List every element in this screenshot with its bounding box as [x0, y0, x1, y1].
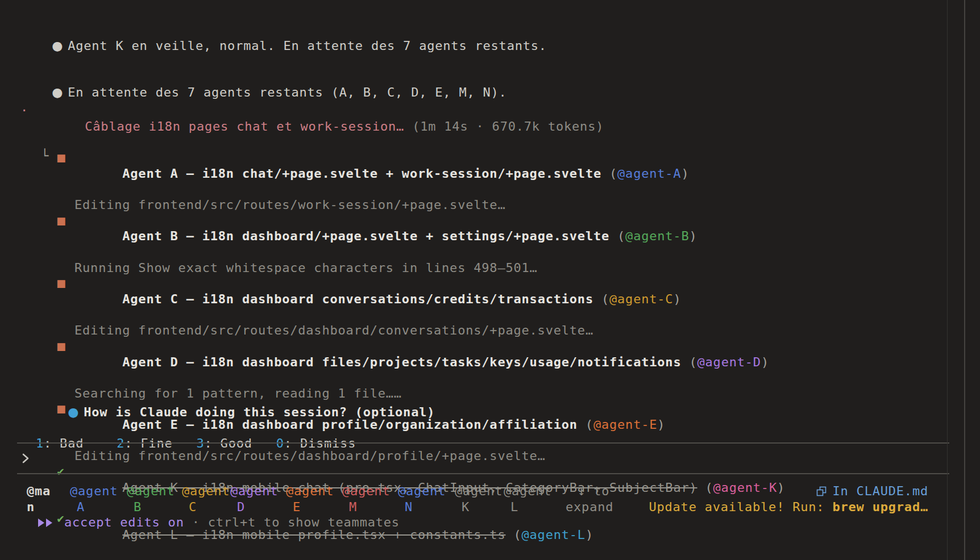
fast-forward-icon: [38, 518, 55, 528]
paren: ): [681, 166, 689, 181]
permission-mode-row: accept edits on· ctrl+t to show teammate…: [38, 515, 400, 530]
task-group-stats: (1m 14s · 670.7k tokens): [412, 119, 604, 133]
mention-top: @agent: [230, 483, 278, 499]
task-marker-icon: ■: [56, 150, 67, 166]
claude-code-terminal: ●Agent K en veille, normal. En attente d…: [0, 0, 980, 560]
task-group-meta: [404, 119, 412, 133]
task-title: Agent C — i18n dashboard conversations/c…: [122, 292, 593, 306]
task-detail: Running Show exact whitespace characters…: [20, 260, 785, 276]
pane-divider: [947, 0, 948, 560]
feedback-question-row: ●How is Claude doing this session? (opti…: [20, 388, 435, 436]
paren: (: [601, 292, 609, 306]
bullet-icon: ●: [52, 85, 68, 101]
update-text: Update available! Run:: [649, 500, 832, 514]
mention-top: @agent: [504, 483, 551, 499]
statusbar-mention-agent-k: @agentK: [455, 483, 503, 515]
statusbar-mention-agent-a: @agentA: [70, 483, 118, 515]
paren: ): [777, 480, 785, 495]
agent-mention: @agent-B: [625, 229, 689, 243]
mention-top: @agent: [398, 483, 446, 499]
task-title: Agent B — i18n dashboard/+page.svelte + …: [122, 229, 609, 243]
task-row: ■Agent D — i18n dashboard files/projects…: [20, 338, 785, 386]
mention-bottom: K: [455, 499, 503, 515]
task-row: ■Agent B — i18n dashboard/+page.svelte +…: [20, 213, 785, 260]
bullet-icon: ●: [52, 38, 68, 54]
task-row: └■Agent A — i18n chat/+page.svelte + wor…: [20, 150, 785, 197]
mention-bottom: B: [127, 499, 175, 515]
agent-mention: @agent-C: [609, 292, 673, 306]
agent-mention: @agent-A: [617, 166, 681, 181]
mention-top: @agent: [127, 483, 175, 499]
prompt-chevron-icon: [22, 453, 30, 464]
mention-bottom: D: [230, 499, 278, 515]
mention-top: @agent: [182, 483, 230, 499]
mention-bottom: A: [70, 499, 118, 515]
statusbar-mention-main: @man: [27, 483, 51, 515]
mention-bottom: E: [286, 499, 334, 515]
paren: ): [673, 292, 681, 306]
statusbar-mention-agent-d: @agentD: [230, 483, 278, 515]
task-title: Agent D — i18n dashboard files/projects/…: [122, 355, 681, 369]
task-group-title: Câblage i18n pages chat et work-session…: [85, 119, 404, 133]
paren: (: [513, 528, 521, 542]
statusbar-mention-agent-c: @agentC: [182, 483, 230, 515]
statusbar-mention-agent-b: @agentB: [127, 483, 175, 515]
paren: ): [657, 417, 665, 432]
feedback-question: How is Claude doing this session? (optio…: [84, 405, 435, 419]
statusbar-mention-agent-l: @agentL: [504, 483, 551, 515]
paren: (: [617, 229, 625, 243]
mention-bottom: C: [182, 499, 230, 515]
update-notice: Update available! Run: brew upgrad…: [649, 499, 928, 515]
mention-bottom: N: [398, 499, 446, 515]
statusbar-expand-hint: · ↓ toexpand: [562, 483, 613, 515]
accept-edits-toggle[interactable]: accept edits on: [64, 515, 184, 530]
expand-hint-top: · ↓ to: [562, 483, 613, 499]
update-command: brew upgrad…: [832, 500, 928, 514]
mention-bottom: M: [342, 499, 390, 515]
agent-mention: @agent-D: [697, 355, 761, 369]
paren: (: [705, 480, 713, 495]
paren: ): [585, 528, 593, 542]
mention-top: @agent: [455, 483, 503, 499]
statusbar-mention-agent-n: @agentN: [398, 483, 446, 515]
statusbar-mention-agent-m: @agentM: [342, 483, 390, 515]
paren: (: [585, 417, 593, 432]
teammates-shortcut-hint: · ctrl+t to show teammates: [192, 515, 400, 530]
paren: ): [761, 355, 769, 369]
agent-mention: @agent-L: [522, 528, 585, 542]
task-detail: Editing frontend/src/routes/dashboard/co…: [20, 323, 785, 338]
status-message: ●Agent K en veille, normal. En attente d…: [20, 22, 547, 69]
statusbar-mention-agent-e: @agentE: [286, 483, 334, 515]
paren: (: [609, 166, 617, 181]
agent-mention: @agent-K: [713, 480, 777, 495]
status-message-text: Agent K en veille, normal. En attente de…: [68, 39, 547, 53]
task-group-header: ·Câblage i18n pages chat et work-session…: [20, 103, 785, 150]
mention-top: @agent: [70, 483, 118, 499]
context-file-label: In CLAUDE.md: [832, 483, 928, 499]
task-title: Agent A — i18n chat/+page.svelte + work-…: [122, 166, 601, 181]
task-marker-icon: ■: [56, 275, 67, 291]
task-marker-icon: ■: [56, 338, 67, 354]
expand-hint-bottom: expand: [562, 499, 613, 515]
prompt-input[interactable]: [17, 442, 949, 474]
bullet-icon: ●: [68, 404, 84, 420]
paren: (: [689, 355, 697, 369]
pane-divider[interactable]: [964, 0, 965, 560]
mention-top: @agent: [286, 483, 334, 499]
copy-squares-icon: [816, 486, 827, 496]
spinner-icon: ·: [20, 103, 28, 119]
mention-bottom: n: [27, 499, 51, 515]
task-marker-icon: ■: [56, 213, 67, 229]
context-indicator: In CLAUDE.md: [816, 483, 928, 499]
agent-mention: @agent-E: [593, 417, 657, 432]
tree-connector-icon: └: [41, 148, 49, 164]
task-detail: Editing frontend/src/routes/work-session…: [20, 197, 785, 213]
status-message-text: En attente des 7 agents restants (A, B, …: [68, 85, 506, 99]
mention-top: @ma: [27, 483, 51, 499]
mention-top: @agent: [342, 483, 390, 499]
task-row: ■Agent C — i18n dashboard conversations/…: [20, 275, 785, 323]
mention-bottom: L: [504, 499, 551, 515]
paren: ): [689, 229, 697, 243]
